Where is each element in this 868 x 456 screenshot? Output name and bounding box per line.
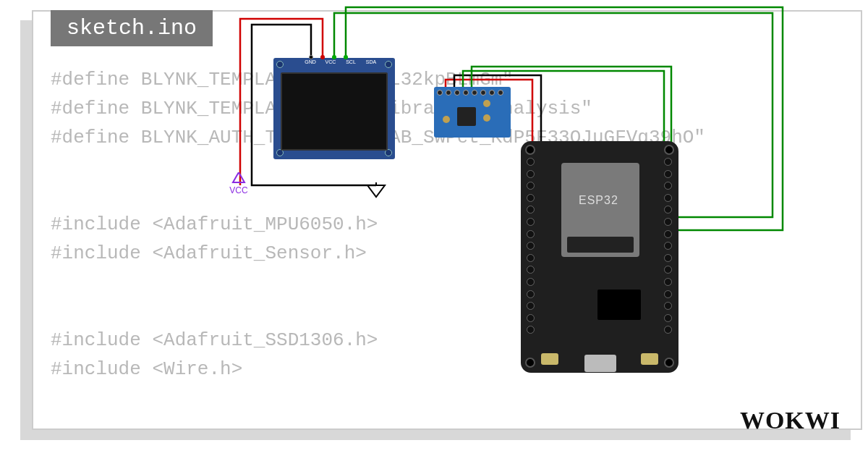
code-line	[51, 181, 846, 210]
code-preview: #define BLYNK_TEMPLATE_ID "TMPL32kpBLmGm…	[51, 65, 846, 384]
code-line: #include <Adafruit_MPU6050.h>	[51, 210, 846, 239]
code-line	[51, 297, 846, 326]
code-line	[51, 152, 846, 181]
code-line: #include <Wire.h>	[51, 355, 846, 384]
code-line	[51, 268, 846, 297]
filename-tab[interactable]: sketch.ino	[51, 10, 213, 46]
wokwi-logo: WOKWI	[740, 407, 841, 434]
code-line: #include <Adafruit_SSD1306.h>	[51, 326, 846, 355]
code-line: #define BLYNK_TEMPLATE_NAME "Vibration A…	[51, 94, 846, 123]
code-line: #define BLYNK_AUTH_TOKEN "qRjbAB_SwPet_K…	[51, 123, 846, 152]
code-line: #define BLYNK_TEMPLATE_ID "TMPL32kpBLmGm…	[51, 65, 846, 94]
code-line: #include <Adafruit_Sensor.h>	[51, 239, 846, 268]
